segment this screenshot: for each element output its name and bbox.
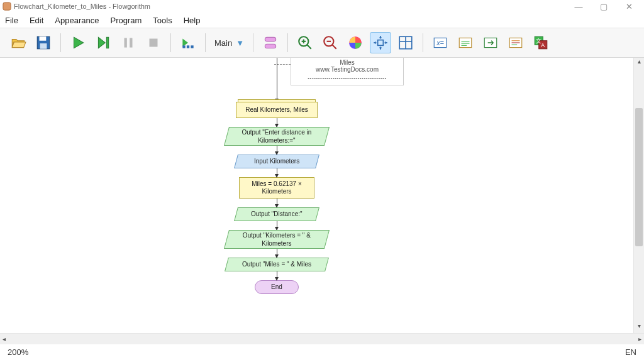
vertical-scrollbar[interactable]: ▴ ▾ — [633, 58, 644, 333]
shape-text: Miles = 0.62137 × Kilometers — [245, 180, 309, 196]
scroll-up-icon[interactable]: ▴ — [634, 58, 644, 68]
svg-rect-2 — [40, 36, 47, 41]
translate-button[interactable]: 文A — [530, 32, 552, 53]
source-icon — [508, 35, 524, 51]
fit-button[interactable] — [370, 32, 391, 53]
menu-edit[interactable]: Edit — [30, 16, 43, 25]
run-button[interactable] — [67, 32, 89, 53]
svg-rect-27 — [459, 38, 472, 47]
shape-text: Input Kilometers — [254, 158, 299, 166]
flowchart-canvas[interactable]: Miles www.TestingDocs.com ••••••••••••••… — [0, 58, 633, 333]
fit-icon — [372, 35, 389, 51]
chevron-down-icon: ▼ — [236, 38, 244, 48]
svg-rect-0 — [3, 3, 11, 10]
variables-icon: x= — [432, 35, 448, 51]
scroll-down-icon[interactable]: ▾ — [634, 322, 644, 333]
svg-text:x=: x= — [436, 39, 444, 46]
pause-button[interactable] — [118, 32, 139, 53]
svg-rect-3 — [40, 43, 47, 49]
output-shape[interactable]: Output "Distance:" — [234, 207, 319, 221]
scrollbar-thumb[interactable] — [635, 108, 643, 246]
zoom-level[interactable]: 200% — [8, 347, 28, 357]
step-button[interactable] — [92, 32, 114, 53]
svg-rect-7 — [150, 39, 158, 47]
flow-arrow — [277, 146, 277, 155]
svg-rect-8 — [182, 45, 185, 48]
pill-shapes-icon — [262, 35, 279, 51]
scroll-right-icon[interactable]: ▸ — [638, 335, 641, 342]
flow-arrow — [277, 271, 277, 280]
pause-icon — [120, 35, 136, 51]
shape-text: End — [271, 283, 282, 292]
output-shape[interactable]: Output "Miles = " & Miles — [225, 258, 329, 271]
menu-file[interactable]: File — [5, 16, 18, 25]
play-icon — [70, 35, 86, 51]
stop-button[interactable] — [143, 32, 164, 53]
zoom-in-icon — [297, 35, 313, 51]
console-icon — [457, 35, 474, 51]
speed-button[interactable] — [177, 32, 199, 53]
svg-rect-6 — [130, 38, 132, 47]
toolbar: Main ▼ x= 文A — [0, 28, 644, 58]
flow-arrow — [277, 249, 277, 258]
export-icon — [482, 35, 499, 51]
console-button[interactable] — [455, 32, 476, 53]
language-indicator[interactable]: EN — [625, 347, 636, 357]
export-button[interactable] — [480, 32, 501, 53]
layout-button[interactable] — [395, 32, 416, 53]
zoom-out-button[interactable] — [319, 32, 341, 53]
declare-shape[interactable]: Real Kilometers, Miles — [236, 102, 318, 118]
translate-icon: 文A — [533, 35, 549, 51]
svg-rect-21 — [378, 40, 384, 46]
svg-rect-12 — [265, 44, 275, 48]
window-title: Flowchart_Kilometer_to_Miles - Flowgorit… — [14, 3, 150, 10]
scroll-left-icon[interactable]: ◂ — [3, 335, 6, 342]
color-wheel-icon — [347, 35, 364, 51]
svg-line-18 — [332, 45, 336, 49]
zoom-in-button[interactable] — [294, 32, 316, 53]
minimize-button[interactable]: — — [566, 2, 591, 11]
open-button[interactable] — [8, 32, 29, 53]
output-shape[interactable]: Output "Kilometers = " & Kilometers — [224, 230, 330, 249]
app-icon — [3, 2, 11, 11]
color-scheme-button[interactable] — [345, 32, 366, 53]
variables-button[interactable]: x= — [430, 32, 451, 53]
horizontal-scrollbar[interactable]: ◂ ▸ — [0, 333, 644, 344]
output-shape[interactable]: Output "Enter distance in Kilometers:=" — [224, 127, 330, 146]
shape-text: Output "Enter distance in Kilometers:=" — [232, 129, 321, 145]
svg-rect-9 — [187, 45, 189, 48]
source-button[interactable] — [505, 32, 526, 53]
svg-line-14 — [307, 45, 311, 49]
title-bar: Flowchart_Kilometer_to_Miles - Flowgorit… — [0, 0, 644, 13]
shape-text: Output "Distance:" — [251, 210, 303, 219]
flow-arrow — [277, 221, 277, 230]
step-icon — [95, 35, 111, 51]
shapes-button[interactable] — [260, 32, 281, 53]
save-button[interactable] — [33, 32, 54, 53]
function-select[interactable]: Main ▼ — [214, 38, 244, 48]
flow-arrow — [277, 199, 277, 207]
folder-open-icon — [10, 35, 26, 51]
close-button[interactable]: ✕ — [616, 2, 641, 11]
flow-arrow — [277, 118, 277, 127]
layout-icon — [397, 35, 414, 51]
speed-icon — [180, 35, 196, 51]
menu-appearance[interactable]: Appearance — [55, 16, 99, 25]
svg-text:A: A — [541, 42, 545, 48]
menu-bar: File Edit Appearance Program Tools Help — [0, 13, 644, 28]
flow-arrow — [277, 168, 277, 177]
menu-help[interactable]: Help — [184, 16, 201, 25]
menu-tools[interactable]: Tools — [153, 16, 172, 25]
svg-rect-10 — [191, 45, 193, 48]
svg-rect-4 — [106, 37, 108, 48]
menu-program[interactable]: Program — [110, 16, 142, 25]
input-shape[interactable]: Input Kilometers — [234, 155, 319, 168]
shape-text: Output "Kilometers = " & Kilometers — [232, 232, 321, 248]
maximize-button[interactable]: ▢ — [591, 2, 616, 11]
shape-text: Real Kilometers, Miles — [245, 106, 308, 114]
stop-icon — [145, 35, 162, 51]
status-bar: 200% EN — [0, 344, 644, 360]
end-shape[interactable]: End — [255, 280, 299, 294]
function-select-label: Main — [214, 38, 232, 48]
assign-shape[interactable]: Miles = 0.62137 × Kilometers — [239, 177, 314, 199]
